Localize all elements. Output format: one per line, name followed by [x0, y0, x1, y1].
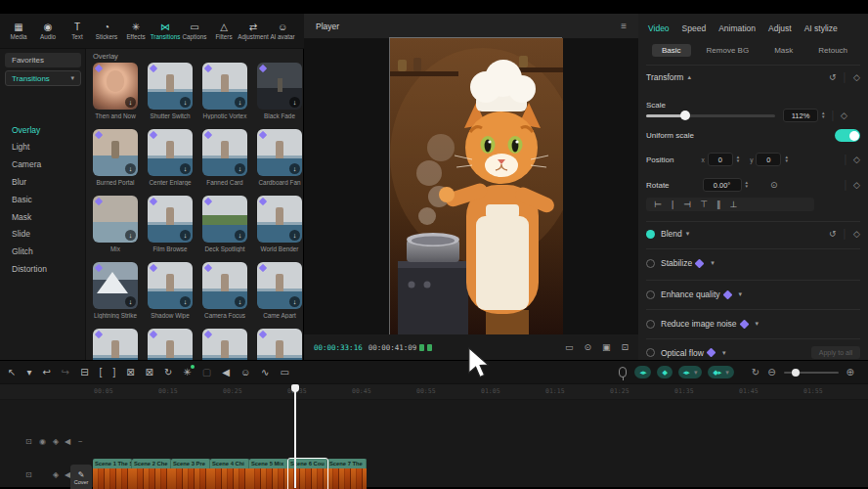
snapshot-icon[interactable]: ⊙ — [584, 342, 591, 352]
transition-card[interactable]: ↓ Fanned Card — [202, 129, 247, 186]
preview-pill[interactable]: ◂▸ — [634, 366, 651, 378]
video-clip[interactable]: Scene 7 The — [327, 459, 367, 489]
noise-checkbox[interactable] — [646, 320, 655, 329]
transition-thumbnail[interactable]: ↓ — [202, 129, 247, 176]
timeline-zoom-slider[interactable] — [784, 372, 839, 374]
timeline-ruler[interactable]: 00:0500:1500:2500:3500:4500:5501:0501:15… — [0, 384, 868, 400]
rotate-keyframe-icon[interactable]: ◇ — [853, 180, 860, 190]
blend-enabled-icon[interactable] — [646, 230, 655, 239]
transition-thumbnail[interactable]: ↓ — [257, 63, 302, 110]
position-x-input[interactable]: 0 — [708, 153, 733, 166]
delete-right-icon[interactable]: ⊠ — [146, 367, 153, 378]
transitions-dropdown[interactable]: Transitions ▾ — [5, 70, 81, 86]
undo-icon[interactable]: ↩ — [42, 367, 50, 378]
sidebar-item-glitch[interactable]: Glitch — [0, 244, 86, 260]
track-effect-icon[interactable]: ◈ — [53, 437, 59, 446]
link-pill[interactable]: ◆ — [657, 366, 672, 378]
snap-pill[interactable]: ◂▸▾ — [678, 366, 703, 378]
beats-tool-icon[interactable]: ∿ — [261, 367, 269, 378]
transition-thumbnail[interactable]: ↓ — [148, 63, 193, 110]
keyframe-icon[interactable]: ◇ — [853, 72, 860, 82]
blend-keyframe-icon[interactable]: ◇ — [853, 229, 860, 239]
magic-tool-icon[interactable]: ✳ — [183, 367, 191, 378]
video-clip[interactable]: Scene 5 Mix — [249, 459, 288, 489]
transition-card[interactable]: ↓ Center Enlarge — [148, 129, 193, 186]
transition-thumbnail[interactable]: ↓ — [202, 329, 247, 360]
transition-thumbnail[interactable]: ↓ — [257, 262, 302, 309]
sidebar-item-mask[interactable]: Mask — [0, 208, 86, 225]
sidebar-item-slide[interactable]: Slide — [0, 226, 86, 243]
redo-icon[interactable]: ↪ — [62, 367, 69, 378]
transition-card[interactable]: ↓ — [148, 329, 193, 360]
marker-in-icon[interactable] — [419, 344, 424, 351]
transition-card[interactable]: ↓ Film Browse — [148, 196, 193, 252]
transform-header[interactable]: Transform ▴ ↺ │ ◇ — [646, 72, 860, 82]
align-icon-2[interactable]: ⊣ — [683, 200, 691, 209]
transition-thumbnail[interactable]: ↓ — [257, 329, 302, 360]
transition-card[interactable]: ↓ Camera Focus — [202, 262, 247, 319]
transition-thumbnail[interactable]: ↓ — [148, 329, 193, 360]
scale-keyframe-icon[interactable]: ◇ — [841, 111, 847, 120]
transition-card[interactable]: ↓ Came Apart — [257, 262, 302, 319]
transition-thumbnail[interactable]: ↓ — [148, 196, 193, 243]
topbar-item-transitions[interactable]: ⋈ Transitions — [151, 22, 180, 40]
scale-stepper[interactable]: ▲▼ — [821, 111, 825, 119]
crop-ratio-icon[interactable]: ▭ — [565, 342, 574, 352]
align-icon-3[interactable]: ⊤ — [700, 200, 708, 209]
video-clip[interactable]: Scene 3 Pre — [171, 459, 210, 489]
position-x-stepper[interactable]: ▲▼ — [736, 156, 740, 163]
transition-thumbnail[interactable]: ↓ — [202, 196, 247, 243]
align-icon-5[interactable]: ⊥ — [730, 200, 738, 209]
transition-thumbnail[interactable]: ↓ — [257, 129, 302, 176]
scale-slider[interactable] — [646, 114, 775, 117]
topbar-item-filters[interactable]: △ Filters — [209, 22, 239, 40]
select-caret-icon[interactable]: ▾ — [26, 367, 31, 378]
rotate-stepper[interactable]: ▲▼ — [745, 181, 749, 189]
transition-card[interactable]: ↓ Shadow Wipe — [148, 262, 193, 319]
sidebar-item-camera[interactable]: Camera — [0, 156, 86, 173]
track-mute-icon[interactable]: ◀ — [65, 437, 70, 446]
position-keyframe-icon[interactable]: ◇ — [853, 155, 860, 164]
transition-thumbnail[interactable]: ↓ — [93, 262, 138, 309]
marker-out-icon[interactable] — [427, 344, 432, 351]
subtab-retouch[interactable]: Retouch — [808, 44, 857, 57]
quality-icon[interactable]: ▣ — [602, 342, 611, 352]
transition-card[interactable]: ↓ — [257, 329, 302, 360]
sidebar-item-basic[interactable]: Basic — [0, 191, 86, 207]
topbar-item-ai-avatar[interactable]: ☺ AI avatar — [268, 22, 297, 40]
transition-card[interactable]: ↓ Hypnotic Vortex — [202, 63, 247, 119]
blend-row[interactable]: Blend ▾ ↺ │ ◇ — [646, 229, 860, 239]
delete-left-icon[interactable]: ⊠ — [126, 367, 134, 378]
tab-animation[interactable]: Animation — [718, 23, 756, 33]
sidebar-item-overlay[interactable]: Overlay — [0, 121, 86, 138]
playhead[interactable] — [294, 384, 296, 488]
transition-thumbnail[interactable]: ↓ — [148, 262, 193, 309]
audio-lock-icon[interactable]: ⊡ — [25, 470, 32, 479]
transition-card[interactable]: ↓ Shutter Switch — [148, 63, 193, 119]
zoom-slider-knob[interactable] — [792, 369, 800, 377]
optical-row[interactable]: Optical flow ▾ Apply to all — [646, 346, 860, 359]
sidebar-item-distortion[interactable]: Distortion — [0, 260, 86, 277]
enhance-checkbox[interactable] — [646, 290, 655, 299]
tab-speed[interactable]: Speed — [682, 23, 707, 33]
uniform-scale-toggle[interactable] — [835, 129, 860, 142]
microphone-icon[interactable] — [619, 367, 627, 378]
transition-card[interactable]: ↓ Mix — [93, 196, 138, 252]
subtab-remove-bg[interactable]: Remove BG — [697, 44, 760, 57]
zoom-out-icon[interactable]: ⊖ — [767, 367, 775, 378]
favorites-button[interactable]: Favorites — [5, 53, 81, 67]
sidebar-item-light[interactable]: Light — [0, 139, 86, 156]
topbar-item-effects[interactable]: ✳ Effects — [121, 22, 151, 40]
position-y-input[interactable]: 0 — [756, 153, 781, 166]
transition-card[interactable]: ↓ — [202, 329, 247, 360]
subtab-basic[interactable]: Basic — [652, 44, 691, 57]
transition-card[interactable]: ↓ Lightning Strike — [93, 262, 138, 319]
transition-card[interactable]: ↓ World Bender — [257, 196, 302, 252]
topbar-item-adjustment[interactable]: ⇄ Adjustment — [239, 22, 268, 40]
tab-ai-stylize[interactable]: AI stylize — [804, 23, 838, 33]
fullscreen-icon[interactable]: ⊡ — [621, 342, 629, 352]
transition-card[interactable]: ↓ — [93, 329, 138, 360]
align-icon-1[interactable]: ∣ — [671, 200, 675, 209]
video-clip[interactable]: Scene 1 The S — [93, 459, 132, 489]
stabilize-checkbox[interactable] — [646, 259, 655, 268]
